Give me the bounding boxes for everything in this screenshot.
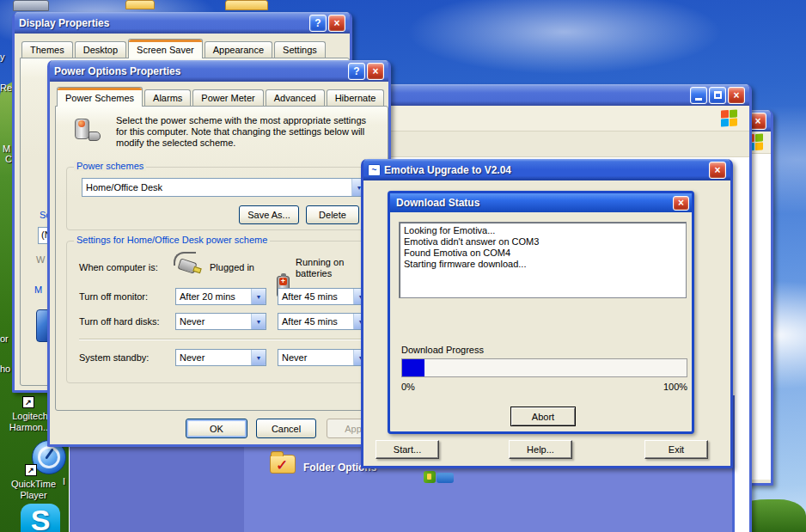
close-icon[interactable]: × — [749, 113, 766, 130]
selected-value: After 45 mins — [282, 316, 338, 327]
power-schemes-tabpage: Select the power scheme with the most ap… — [55, 106, 388, 411]
tab-themes[interactable]: Themes — [21, 41, 73, 58]
desktop-label-fragment: ho — [0, 364, 10, 374]
selected-value: After 20 mins — [180, 291, 235, 302]
power-options-window[interactable]: Power Options Properties ? × Power Schem… — [47, 60, 391, 447]
power-options-tabs: Power Schemes Alarms Power Meter Advance… — [57, 86, 386, 107]
chevron-down-icon[interactable]: ▼ — [251, 289, 266, 304]
desktop-label-fragment: C — [5, 154, 12, 164]
desktop-label-fragment: or — [0, 333, 9, 344]
selected-value: Never — [180, 352, 205, 363]
close-icon[interactable]: × — [367, 63, 384, 80]
delete-button[interactable]: Delete — [306, 205, 359, 224]
disks-plugged-select[interactable]: Never ▼ — [175, 313, 266, 330]
dialog-title: Download Status — [396, 197, 479, 209]
power-schemes-group: Power schemes Home/Office Desk ▼ Save As… — [66, 167, 382, 230]
start-button[interactable]: Start... — [376, 440, 439, 459]
download-progress-bar — [401, 358, 687, 377]
display-properties-titlebar[interactable]: Display Properties ? × — [15, 12, 350, 34]
close-icon[interactable]: × — [673, 196, 689, 211]
shortcut-arrow-icon: ↗ — [25, 398, 32, 407]
cancel-button[interactable]: Cancel — [256, 419, 316, 438]
window-title: Power Options Properties — [54, 65, 180, 77]
desktop-icon-quicktime-label2[interactable]: Player — [0, 490, 67, 500]
emotiva-titlebar[interactable]: ~ Emotiva Upgrade to V2.04 × — [363, 159, 730, 180]
tab-power-schemes[interactable]: Power Schemes — [57, 87, 143, 107]
ok-button[interactable]: OK — [186, 419, 247, 438]
desktop: y Re M C or ho ↗ Logitech Harmon... ↗ Qu… — [0, 0, 806, 532]
download-progress-label: Download Progress — [401, 345, 484, 355]
turn-off-disks-label: Turn off hard disks: — [79, 316, 160, 327]
group-caption: Settings for Home/Office Desk power sche… — [74, 235, 270, 245]
status-log[interactable]: Looking for Emotiva... Emotiva didn't an… — [399, 222, 687, 298]
log-line: Emotiva didn't answer on COM3 — [404, 236, 681, 248]
progress-fill — [402, 359, 424, 376]
selected-value: Never — [180, 316, 205, 327]
monitor-group-fragment: M — [34, 284, 42, 295]
emotiva-app-icon: ~ — [368, 164, 381, 176]
desktop-label-fragment: y — [0, 52, 5, 62]
exit-button[interactable]: Exit — [644, 440, 708, 459]
maximize-icon[interactable] — [709, 87, 726, 104]
desktop-icon-folder[interactable] — [125, 0, 155, 9]
abort-button[interactable]: Abort — [510, 407, 576, 426]
standby-plugged-select[interactable]: Never ▼ — [175, 349, 266, 366]
log-line: Looking for Emotiva... — [404, 225, 681, 236]
help-icon[interactable]: ? — [348, 63, 365, 80]
selected-value: Never — [282, 352, 307, 363]
skype-s-glyph: S — [31, 504, 51, 532]
help-icon[interactable]: ? — [309, 15, 327, 32]
power-scheme-icon — [75, 117, 101, 143]
running-on-batteries-label: Running on batteries — [296, 257, 363, 279]
power-scheme-description: Select the power scheme with the most ap… — [116, 115, 374, 149]
help-button[interactable]: Help... — [509, 440, 572, 459]
download-status-titlebar[interactable]: Download Status × — [390, 193, 692, 212]
chevron-down-icon[interactable]: ▼ — [251, 350, 266, 365]
desktop-label-fragment: I — [63, 476, 65, 486]
windows-logo-icon — [721, 109, 737, 126]
quicktime-shortcut-icon[interactable]: ↗ — [25, 464, 37, 476]
power-scheme-select[interactable]: Home/Office Desk ▼ — [82, 178, 367, 197]
separator — [79, 339, 369, 339]
tab-hibernate[interactable]: Hibernate — [327, 89, 385, 107]
tab-screen-saver[interactable]: Screen Saver — [128, 39, 203, 58]
standby-battery-select[interactable]: Never ▼ — [278, 349, 369, 366]
tray-item-icon[interactable] — [424, 471, 455, 484]
save-as-button[interactable]: Save As... — [239, 205, 299, 224]
chevron-down-icon[interactable]: ▼ — [251, 314, 266, 329]
skype-icon[interactable]: S — [21, 504, 60, 532]
tab-desktop[interactable]: Desktop — [75, 41, 126, 58]
close-icon[interactable]: × — [728, 87, 745, 104]
progress-min-label: 0% — [401, 382, 415, 392]
tab-settings[interactable]: Settings — [274, 41, 326, 58]
monitor-battery-select[interactable]: After 45 mins ▼ — [278, 288, 369, 305]
desktop-icon-quicktime-label[interactable]: QuickTime — [0, 479, 67, 489]
desktop-icon-computer[interactable] — [13, 0, 49, 11]
desktop-icon-zip-folder[interactable] — [225, 0, 268, 10]
tab-alarms[interactable]: Alarms — [144, 89, 191, 107]
selected-value: After 45 mins — [282, 291, 338, 302]
emotiva-window[interactable]: ~ Emotiva Upgrade to V2.04 × Download St… — [361, 159, 733, 468]
settings-group: Settings for Home/Office Desk power sche… — [66, 241, 382, 383]
tab-advanced[interactable]: Advanced — [266, 89, 325, 107]
disks-battery-select[interactable]: After 45 mins ▼ — [278, 313, 369, 330]
tab-power-meter[interactable]: Power Meter — [192, 89, 263, 107]
tab-appearance[interactable]: Appearance — [205, 41, 272, 58]
selected-scheme: Home/Office Desk — [86, 182, 162, 193]
power-options-titlebar[interactable]: Power Options Properties ? × — [50, 60, 388, 82]
plugged-in-label: Plugged in — [210, 262, 254, 272]
window-title: Emotiva Upgrade to V2.04 — [384, 164, 511, 176]
shortcut-arrow-icon: ↗ — [27, 466, 34, 474]
minimize-icon[interactable] — [690, 87, 707, 104]
plug-icon — [172, 252, 203, 276]
logitech-shortcut-icon[interactable]: ↗ — [22, 396, 34, 408]
check-icon: ✓ — [276, 456, 288, 474]
folder-options-icon[interactable]: ✓ — [270, 455, 296, 474]
close-icon[interactable]: × — [328, 15, 345, 32]
monitor-plugged-select[interactable]: After 20 mins ▼ — [175, 288, 266, 305]
wait-label-fragment: W — [36, 254, 45, 265]
download-status-dialog[interactable]: Download Status × Looking for Emotiva...… — [388, 191, 694, 434]
close-icon[interactable]: × — [709, 162, 726, 179]
desktop-label-fragment: Re — [0, 83, 12, 93]
turn-off-monitor-label: Turn off monitor: — [79, 291, 148, 302]
